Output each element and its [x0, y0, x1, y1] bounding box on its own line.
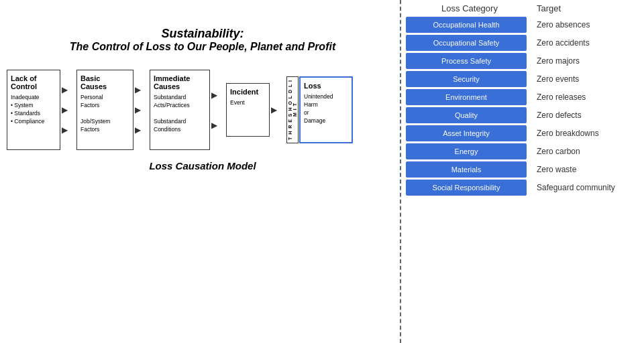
arrow3: [211, 80, 225, 140]
box2-content: PersonalFactors Job/SystemFactors: [80, 94, 129, 133]
target-text: Safeguard community: [537, 183, 615, 192]
category-label: Materials: [406, 161, 527, 178]
target-text: Zero breakdowns: [537, 129, 599, 138]
box1-title: Lack ofControl: [11, 74, 56, 90]
category-label: Process Safety: [406, 53, 527, 69]
loss-causation-label: Loss Causation Model: [7, 160, 398, 172]
box-incident: Incident Event: [226, 83, 270, 137]
category-label: Occupational Health: [406, 17, 527, 33]
category-row: MaterialsZero waste: [406, 161, 637, 178]
right-header: Loss Category Target: [406, 3, 637, 13]
box-basic-causes: BasicCauses PersonalFactors Job/SystemFa…: [76, 70, 133, 150]
category-row: EnergyZero carbon: [406, 143, 637, 159]
box-loss: Loss UnintendedHarmorDamage: [299, 76, 353, 143]
categories-list: Occupational HealthZero absencesOccupati…: [406, 17, 637, 196]
category-row: SecurityZero events: [406, 71, 637, 87]
category-label: Quality: [406, 107, 527, 123]
category-row: Social ResponsibilitySafeguard community: [406, 180, 637, 196]
main-container: Sustainability: The Control of Loss to O…: [0, 0, 644, 343]
target-text: Zero defects: [537, 111, 582, 120]
target-text: Zero carbon: [537, 147, 580, 156]
target-text: Zero accidents: [537, 38, 590, 48]
category-row: EnvironmentZero releases: [406, 89, 637, 105]
category-label: Social Responsibility: [406, 180, 527, 196]
right-section: Loss Category Target Occupational Health…: [402, 0, 644, 343]
category-row: Occupational SafetyZero accidents: [406, 35, 637, 51]
separator-line: [400, 0, 401, 343]
category-label: Environment: [406, 89, 527, 105]
category-label: Energy: [406, 143, 527, 159]
box5-content: UnintendedHarmorDamage: [304, 93, 348, 125]
box1-content: Inadequate System Standards Compliance: [11, 94, 56, 126]
threshold-label: T H R E S H O L D L I M I T: [286, 76, 299, 143]
target-text: Zero waste: [537, 165, 576, 174]
box2-title: BasicCauses: [80, 74, 129, 90]
col-loss-header: Loss Category: [409, 3, 530, 13]
category-label: Security: [406, 71, 527, 87]
arrow1: [62, 80, 75, 140]
title-area: Sustainability: The Control of Loss to O…: [7, 27, 398, 53]
arrow4: [271, 80, 284, 140]
category-row: Asset IntegrityZero breakdowns: [406, 125, 637, 141]
target-text: Zero majors: [537, 56, 580, 66]
box4-content: Event: [230, 99, 266, 107]
category-row: Occupational HealthZero absences: [406, 17, 637, 33]
category-label: Occupational Safety: [406, 35, 527, 51]
target-text: Zero releases: [537, 92, 586, 102]
arrow2: [135, 80, 148, 140]
title-line1: Sustainability:: [7, 27, 398, 41]
box5-title: Loss: [304, 82, 348, 90]
category-label: Asset Integrity: [406, 125, 527, 141]
col-target-header: Target: [530, 3, 634, 13]
box-immediate-causes: ImmediateCauses SubstandardActs/Practice…: [150, 70, 210, 150]
threshold-container: T H R E S H O L D L I M I T: [286, 76, 299, 143]
box-lack-of-control: Lack ofControl Inadequate System Standar…: [7, 70, 60, 150]
category-row: Process SafetyZero majors: [406, 53, 637, 69]
target-text: Zero absences: [537, 20, 590, 29]
category-row: QualityZero defects: [406, 107, 637, 123]
target-text: Zero events: [537, 74, 579, 84]
box4-title: Incident: [230, 88, 266, 96]
box3-content: SubstandardActs/Practices SubstandardCon…: [154, 94, 206, 133]
box3-title: ImmediateCauses: [154, 74, 206, 90]
left-section: Sustainability: The Control of Loss to O…: [0, 0, 398, 343]
diagram-area: Lack ofControl Inadequate System Standar…: [7, 70, 398, 150]
title-line2: The Control of Loss to Our People, Plane…: [7, 41, 398, 53]
